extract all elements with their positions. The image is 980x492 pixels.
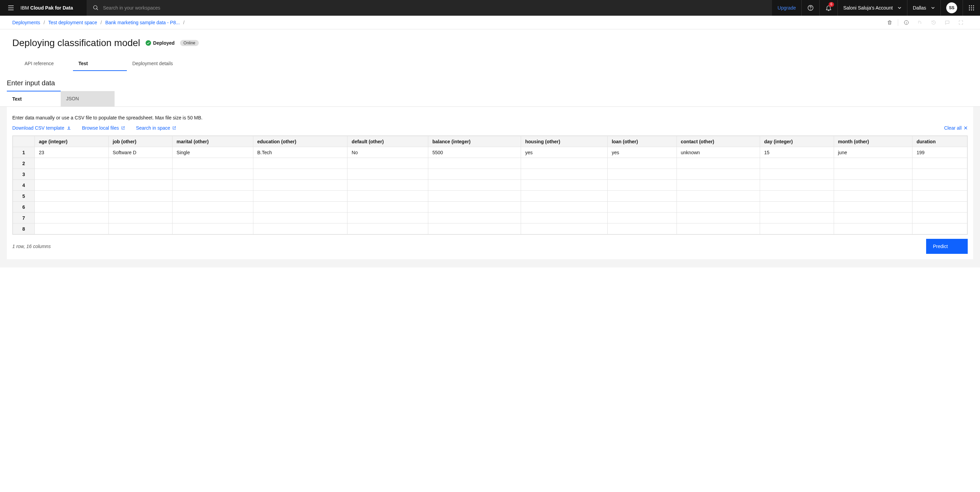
- cell[interactable]: [35, 191, 109, 202]
- cell[interactable]: [253, 202, 347, 212]
- cell[interactable]: [108, 212, 172, 224]
- cell[interactable]: 199: [912, 147, 967, 158]
- cell[interactable]: [521, 180, 608, 191]
- cell[interactable]: [521, 158, 608, 169]
- cell[interactable]: 23: [35, 147, 109, 158]
- cell[interactable]: [35, 212, 109, 224]
- cell[interactable]: [607, 158, 676, 169]
- cell[interactable]: [607, 212, 676, 224]
- cell[interactable]: [35, 180, 109, 191]
- cell[interactable]: [428, 180, 521, 191]
- cell[interactable]: [428, 224, 521, 235]
- cell[interactable]: unknown: [676, 147, 760, 158]
- cell[interactable]: [521, 224, 608, 235]
- cell[interactable]: [172, 158, 253, 169]
- menu-icon[interactable]: [5, 2, 16, 13]
- region-selector[interactable]: Dallas: [907, 0, 940, 16]
- column-header[interactable]: duration: [912, 136, 967, 147]
- cell[interactable]: [607, 202, 676, 212]
- app-switcher[interactable]: [963, 0, 980, 16]
- cell[interactable]: [35, 158, 109, 169]
- cell[interactable]: [912, 158, 967, 169]
- cell[interactable]: [35, 224, 109, 235]
- cell[interactable]: B.Tech: [253, 147, 347, 158]
- tab-deployment-details[interactable]: Deployment details: [127, 57, 181, 71]
- cell[interactable]: [834, 191, 912, 202]
- browse-files-link[interactable]: Browse local files: [82, 125, 125, 131]
- input-tab-text[interactable]: Text: [7, 91, 61, 107]
- cell[interactable]: [108, 169, 172, 180]
- column-header[interactable]: month (other): [834, 136, 912, 147]
- column-header[interactable]: marital (other): [172, 136, 253, 147]
- upgrade-link[interactable]: Upgrade: [772, 0, 801, 16]
- cell[interactable]: [760, 202, 834, 212]
- predict-button[interactable]: Predict: [926, 239, 968, 254]
- cell[interactable]: [253, 180, 347, 191]
- cell[interactable]: [521, 202, 608, 212]
- cell[interactable]: [253, 158, 347, 169]
- cell[interactable]: [172, 202, 253, 212]
- tab-test[interactable]: Test: [73, 57, 127, 71]
- cell[interactable]: [676, 212, 760, 224]
- column-header[interactable]: contact (other): [676, 136, 760, 147]
- cell[interactable]: [347, 191, 428, 202]
- cell[interactable]: [428, 212, 521, 224]
- cell[interactable]: [912, 212, 967, 224]
- account-selector[interactable]: Saloni Saluja's Account: [837, 0, 907, 16]
- column-header[interactable]: age (integer): [35, 136, 109, 147]
- spreadsheet[interactable]: age (integer)job (other)marital (other)e…: [12, 136, 968, 235]
- row-number[interactable]: 8: [13, 224, 35, 235]
- cell[interactable]: [347, 158, 428, 169]
- cell[interactable]: june: [834, 147, 912, 158]
- cell[interactable]: [35, 169, 109, 180]
- cell[interactable]: [912, 169, 967, 180]
- input-tab-json[interactable]: JSON: [61, 91, 115, 107]
- search-space-link[interactable]: Search in space: [136, 125, 176, 131]
- crumb-space[interactable]: Test deployment space: [48, 20, 97, 25]
- cell[interactable]: [676, 169, 760, 180]
- notifications-button[interactable]: 6: [819, 0, 837, 16]
- cell[interactable]: [676, 224, 760, 235]
- cell[interactable]: [912, 191, 967, 202]
- cell[interactable]: [428, 191, 521, 202]
- cell[interactable]: [521, 212, 608, 224]
- row-number[interactable]: 1: [13, 147, 35, 158]
- cell[interactable]: [253, 212, 347, 224]
- cell[interactable]: No: [347, 147, 428, 158]
- cell[interactable]: [108, 202, 172, 212]
- cell[interactable]: [428, 158, 521, 169]
- info-button[interactable]: [899, 16, 913, 29]
- cell[interactable]: [347, 169, 428, 180]
- cell[interactable]: [253, 224, 347, 235]
- row-number[interactable]: 4: [13, 180, 35, 191]
- cell[interactable]: [760, 212, 834, 224]
- cell[interactable]: Software D: [108, 147, 172, 158]
- clear-all-link[interactable]: Clear all: [944, 125, 968, 131]
- cell[interactable]: [428, 169, 521, 180]
- cell[interactable]: [521, 191, 608, 202]
- crumb-deployments[interactable]: Deployments: [12, 20, 40, 25]
- avatar-slot[interactable]: SS: [940, 0, 963, 16]
- cell[interactable]: [347, 180, 428, 191]
- delete-button[interactable]: [883, 16, 896, 29]
- cell[interactable]: [912, 202, 967, 212]
- cell[interactable]: [834, 224, 912, 235]
- column-header[interactable]: education (other): [253, 136, 347, 147]
- column-header[interactable]: default (other): [347, 136, 428, 147]
- cell[interactable]: [172, 169, 253, 180]
- crumb-asset[interactable]: Bank marketing sample data - P8...: [105, 20, 180, 25]
- row-number[interactable]: 2: [13, 158, 35, 169]
- cell[interactable]: [760, 191, 834, 202]
- row-number[interactable]: 3: [13, 169, 35, 180]
- cell[interactable]: [253, 191, 347, 202]
- cell[interactable]: [607, 180, 676, 191]
- cell[interactable]: [172, 212, 253, 224]
- search-input[interactable]: [103, 5, 766, 11]
- cell[interactable]: [676, 158, 760, 169]
- column-header[interactable]: day (integer): [760, 136, 834, 147]
- search-box[interactable]: [87, 0, 772, 16]
- cell[interactable]: Single: [172, 147, 253, 158]
- column-header[interactable]: loan (other): [607, 136, 676, 147]
- cell[interactable]: [834, 158, 912, 169]
- cell[interactable]: [428, 202, 521, 212]
